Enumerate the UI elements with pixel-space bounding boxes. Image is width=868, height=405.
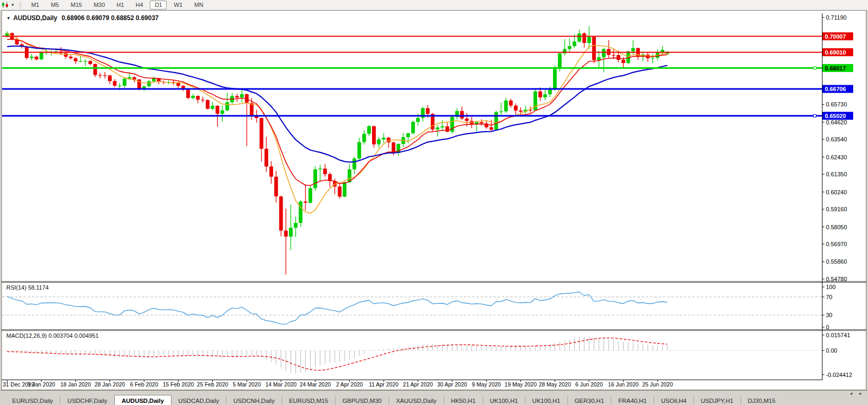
svg-text:0.66706: 0.66706 [825, 86, 846, 92]
time-label: 21 Apr 2020 [401, 381, 436, 388]
svg-text:0.62430: 0.62430 [826, 154, 847, 160]
dropdown-caret-icon[interactable]: ▼ [11, 3, 15, 7]
toolbar-grip [19, 2, 21, 8]
chart-periods-icon-glyph [2, 2, 9, 8]
metatrader-window: { "toolbar": { "periods": ["M1","M5","M1… [0, 0, 868, 405]
time-label: 11 Apr 2020 [366, 381, 401, 388]
tab-audusd-daily[interactable]: AUDUSD,Daily [114, 395, 171, 405]
chart-periods-icon[interactable] [2, 2, 9, 8]
tab-usdcad-daily[interactable]: USDCAD,Daily [171, 396, 226, 405]
time-label: 16 Jun 2020 [606, 381, 641, 388]
tab-usdchf-daily[interactable]: USDCHF,Daily [60, 396, 114, 405]
period-button-w1[interactable]: W1 [169, 1, 187, 10]
period-button-mn[interactable]: MN [189, 1, 208, 10]
svg-text:0.70007: 0.70007 [825, 33, 846, 40]
svg-text:0.56970: 0.56970 [826, 241, 847, 247]
svg-text:-0.024412: -0.024412 [826, 372, 853, 378]
time-label: 19 May 2020 [503, 381, 538, 388]
chart-window[interactable]: 0.700070.690100.680170.667060.650200.711… [0, 10, 868, 390]
time-label: 18 Jan 2020 [58, 381, 93, 388]
time-label: 25 Jun 2020 [640, 381, 675, 388]
period-button-m1[interactable]: M1 [26, 1, 44, 10]
chart-ohlc-values: 0.68906 0.69079 0.68852 0.69037 [61, 14, 159, 22]
time-label: 2 Apr 2020 [332, 381, 367, 388]
svg-text:30: 30 [826, 312, 833, 318]
tab-scroll-left-button[interactable]: ◄ [849, 391, 853, 396]
tab-dj30-m15[interactable]: DJ30,M15 [740, 396, 782, 405]
period-button-m15[interactable]: M15 [66, 1, 86, 10]
chart-menu-caret-icon[interactable]: ▼ [6, 16, 11, 21]
svg-text:0.71190: 0.71190 [826, 14, 847, 21]
macd-label: MACD(12,26,9) 0.003704 0.004951 [6, 332, 98, 339]
svg-text:0.69010: 0.69010 [825, 49, 846, 56]
time-label: 5 Mar 2020 [229, 381, 264, 388]
period-button-h1[interactable]: H1 [112, 1, 129, 10]
tab-usoil-h4[interactable]: USOil,H4 [654, 396, 693, 405]
svg-text:0: 0 [826, 324, 829, 330]
hline-marker [813, 67, 816, 69]
chart-canvas[interactable]: 0.700070.690100.680170.667060.650200.711… [0, 10, 868, 390]
time-label: 9 May 2020 [469, 381, 504, 388]
svg-text:100: 100 [826, 284, 836, 290]
svg-text:0.58050: 0.58050 [826, 224, 847, 230]
svg-text:0.65020: 0.65020 [825, 113, 846, 119]
time-label: 25 Feb 2020 [195, 381, 230, 388]
svg-text:0.60240: 0.60240 [826, 189, 847, 195]
svg-text:0.64620: 0.64620 [826, 119, 847, 125]
tab-uk100-h1[interactable]: UK100,H1 [525, 396, 567, 405]
time-label: 14 Mar 2020 [264, 381, 299, 388]
svg-text:0.63540: 0.63540 [826, 136, 847, 142]
time-label: 6 Jun 2020 [572, 381, 607, 388]
time-label: 30 Apr 2020 [435, 381, 469, 388]
hline-marker [813, 114, 816, 117]
svg-text:70: 70 [826, 294, 833, 300]
svg-text:0.59160: 0.59160 [826, 206, 847, 212]
tab-hk50-h1[interactable]: HK50,H1 [444, 396, 483, 405]
time-label: 28 Jan 2020 [93, 381, 128, 388]
svg-text:0.54780: 0.54780 [826, 276, 847, 282]
tab-xauusd-daily[interactable]: XAUUSD,Daily [388, 396, 444, 405]
tab-fra40-h1[interactable]: FRA40,H1 [611, 396, 654, 405]
period-button-d1[interactable]: D1 [150, 1, 167, 10]
svg-text:0.00: 0.00 [826, 347, 837, 354]
chart-title: ▼AUDUSD,Daily0.68906 0.69079 0.68852 0.6… [6, 14, 159, 22]
period-button-m5[interactable]: M5 [46, 1, 64, 10]
tab-eurusd-m15[interactable]: EURUSD,M15 [282, 396, 335, 405]
tab-usdjpy-h1[interactable]: USDJPY,H1 [693, 396, 740, 405]
chart-symbol-label: AUDUSD,Daily [13, 14, 57, 22]
rsi-label: RSI(14) 58.1174 [6, 284, 49, 291]
svg-text:0.61350: 0.61350 [826, 171, 847, 177]
svg-text:0.55860: 0.55860 [826, 258, 847, 265]
time-label: 28 May 2020 [537, 381, 572, 388]
period-button-m30[interactable]: M30 [89, 1, 110, 10]
tab-uk100-h1[interactable]: UK100,H1 [483, 396, 525, 405]
tab-eurusd-daily[interactable]: EURUSD,Daily [5, 396, 60, 405]
toolbar: ▼ M1M5M15M30H1H4D1W1MN [0, 0, 868, 11]
svg-text:0.68017: 0.68017 [825, 65, 846, 71]
period-button-h4[interactable]: H4 [131, 1, 148, 10]
time-label: 15 Feb 2020 [161, 381, 196, 388]
svg-text:0.015741: 0.015741 [826, 332, 851, 338]
time-label: 9 Jan 2020 [24, 381, 59, 388]
tab-usdcnh-daily[interactable]: USDCNH,Daily [226, 396, 282, 405]
svg-text:0.65730: 0.65730 [826, 101, 847, 107]
time-label: 24 Mar 2020 [298, 381, 333, 388]
timeframe-buttons: M1M5M15M30H1H4D1W1MN [25, 1, 209, 10]
tab-gbpusd-m30[interactable]: GBPUSD,M30 [335, 396, 388, 405]
chart-tabs: EURUSD,DailyUSDCHF,DailyAUDUSD,DailyUSDC… [0, 396, 868, 405]
tab-ger30-h1[interactable]: GER30,H1 [567, 396, 611, 405]
tab-scroll-right-button[interactable]: ► [858, 391, 863, 396]
time-label: 6 Feb 2020 [126, 381, 161, 388]
